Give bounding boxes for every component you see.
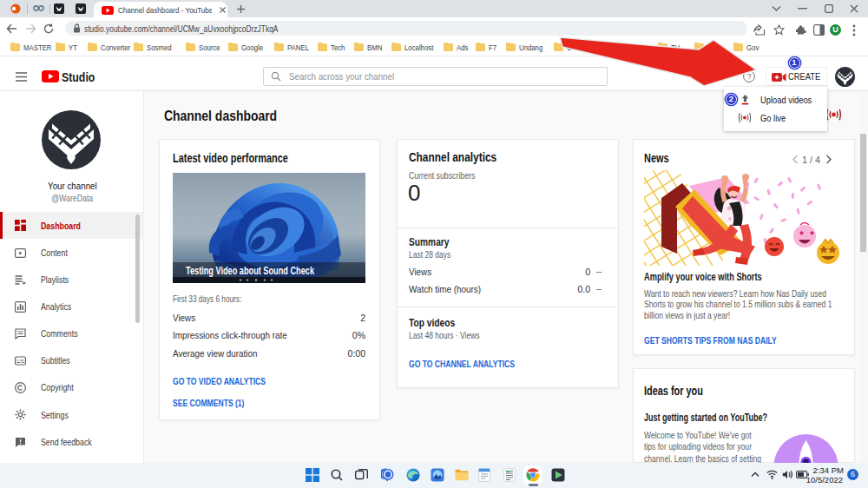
svg-text:Testing Video about Sound Chec: Testing Video about Sound Check — [186, 265, 314, 277]
svg-text:?: ? — [747, 72, 752, 81]
